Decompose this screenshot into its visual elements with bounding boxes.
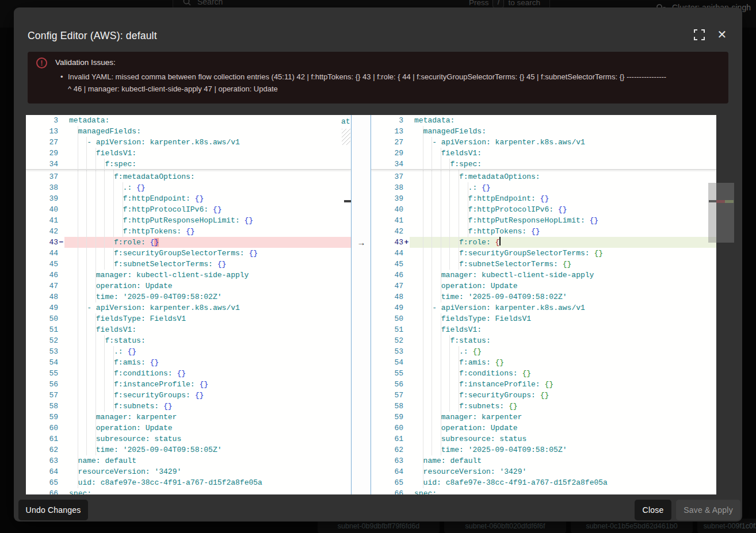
- save-apply-button[interactable]: Save & Apply: [676, 500, 740, 520]
- bracket: }: [154, 358, 159, 367]
- code-line: 61subresource: status: [26, 434, 351, 444]
- bracket: {: [531, 227, 536, 236]
- code-line: 50fieldsType: FieldsV1: [371, 313, 716, 324]
- code-line: 53.: {}: [26, 346, 351, 357]
- code-line: 48time: '2025-09-04T09:58:02Z': [26, 292, 351, 302]
- code-line: 34f:spec:: [371, 159, 716, 170]
- bracket: {: [213, 205, 217, 214]
- code-line: 64resourceVersion: '3429': [371, 466, 716, 477]
- bracket: }: [477, 347, 482, 356]
- clipped-text-fragment: at: [341, 117, 350, 126]
- dialog-title: Config Editor (AWS): default: [28, 30, 157, 42]
- bracket: }: [204, 380, 208, 389]
- bracket: }: [594, 216, 598, 225]
- code-line: 45f:subnetSelectorTerms: {}: [26, 259, 351, 270]
- code-line: 48time: '2025-09-04T09:58:02Z': [371, 292, 716, 302]
- code-line: 39f:httpEndpoint: {}: [371, 193, 716, 204]
- bracket: }: [544, 194, 549, 203]
- validation-message: • Invalid YAML: missed comma between flo…: [68, 71, 718, 95]
- sticky-scroll-header: 3metadata:13managedFields:27- apiVersion…: [371, 115, 716, 170]
- bracket: }: [208, 170, 213, 170]
- code-line: 57f:securityGroups: {}: [371, 390, 716, 401]
- char-diff-highlight: }: [154, 238, 159, 247]
- code-line: 45f:subnetSelectorTerms: {}: [371, 259, 716, 270]
- code-line: 42f:httpTokens: {}: [371, 226, 716, 237]
- bracket: }: [486, 183, 491, 192]
- bracket: }: [132, 347, 136, 356]
- bracket: }: [549, 380, 553, 389]
- close-button[interactable]: Close: [635, 500, 671, 520]
- bracket: {: [482, 183, 486, 192]
- code-line: 54f:amis: {}: [371, 357, 716, 368]
- code-line: 53.: {}: [371, 346, 716, 357]
- code-line: 66spec:: [371, 488, 716, 494]
- bracket: {: [204, 170, 208, 170]
- code-line: 63name: default: [26, 455, 351, 466]
- code-line: 51fieldsV1:: [26, 324, 351, 335]
- bracket: }: [141, 183, 146, 192]
- bracket: {: [217, 260, 222, 269]
- yaml-diff-editor[interactable]: 3metadata:13managedFields:27- apiVersion…: [26, 115, 716, 494]
- code-line: 29fieldsV1:: [371, 148, 716, 159]
- code-line: 54f:amis: {}: [26, 357, 351, 368]
- bracket: {: [495, 238, 500, 247]
- code-line: 62time: '2025-09-04T09:58:05Z': [26, 444, 351, 455]
- code-line: 29fieldsV1:: [26, 148, 351, 159]
- code-line: 52f:status:: [26, 335, 351, 346]
- diff-modified-pane[interactable]: 3metadata:13managedFields:27- apiVersion…: [371, 115, 716, 494]
- undo-changes-button[interactable]: Undo Changes: [18, 500, 88, 520]
- bracket: }: [222, 260, 227, 269]
- code-line: 55f:conditions: {}: [371, 368, 716, 379]
- code-line: 13managedFields:: [371, 126, 716, 137]
- code-line: 34f:spec:: [26, 159, 351, 170]
- code-line: 41f:httpPutResponseHopLimit: {}: [26, 215, 351, 226]
- code-line: 50fieldsType: FieldsV1: [26, 313, 351, 324]
- code-line: 58f:subnets: {}: [26, 401, 351, 412]
- diff-gutter: →: [351, 115, 371, 494]
- code-line: 47operation: Update: [371, 281, 716, 292]
- bracket: {: [509, 402, 513, 411]
- code-line: 49- apiVersion: karpenter.k8s.aws/v1: [371, 302, 716, 313]
- code-line: 37f:metadataOptions:: [371, 171, 716, 182]
- code-line: 27- apiVersion: karpenter.k8s.aws/v1: [26, 137, 351, 148]
- validation-title: Validation Issues:: [55, 58, 116, 67]
- code-line: 66spec:: [26, 488, 351, 494]
- code-line: 65uid: c8afe97e-38cc-4f91-a767-d15f2a8fe…: [371, 477, 716, 488]
- bracket: {: [549, 170, 553, 170]
- code-line: 40f:httpProtocolIPv6: {}: [371, 204, 716, 215]
- bracket: }: [513, 402, 518, 411]
- diff-original-pane[interactable]: 3metadata:13managedFields:27- apiVersion…: [26, 115, 351, 494]
- bracket: {: [163, 402, 168, 411]
- code-line: 59manager: karpenter: [26, 412, 351, 423]
- config-editor-dialog: Config Editor (AWS): default ✕ ! Validat…: [14, 7, 742, 522]
- bracket: }: [544, 391, 549, 400]
- bracket: }: [526, 369, 531, 378]
- code-line: 44f:securityGroupSelectorTerms: {}: [371, 248, 716, 259]
- code-line: 37f:metadataOptions:: [26, 171, 351, 182]
- code-line: 41f:httpPutResponseHopLimit: {}: [371, 215, 716, 226]
- bracket: }: [168, 402, 173, 411]
- code-line: 3metadata:: [26, 115, 351, 126]
- bracket: }: [598, 249, 603, 258]
- code-line: 51fieldsV1:: [371, 324, 716, 335]
- close-icon: ✕: [717, 29, 727, 40]
- text-cursor: [499, 237, 501, 246]
- fullscreen-button[interactable]: [689, 24, 709, 45]
- code-line: 55f:conditions: {}: [26, 368, 351, 379]
- bracket: }: [553, 170, 558, 170]
- code-line: 40f:httpProtocolIPv6: {}: [26, 204, 351, 215]
- fullscreen-icon: [694, 29, 705, 40]
- code-line: 58f:subnets: {}: [371, 401, 716, 412]
- bracket: }: [536, 227, 540, 236]
- code-line: 52f:status:: [371, 335, 716, 346]
- bracket: }: [253, 249, 258, 258]
- code-line: 42f:httpTokens: {}: [26, 226, 351, 237]
- diff-diagonal-fill: [342, 129, 350, 145]
- revert-change-arrow[interactable]: →: [356, 237, 367, 248]
- code-line: 57f:securityGroups: {}: [26, 390, 351, 401]
- code-line: 60operation: Update: [371, 423, 716, 434]
- close-dialog-button[interactable]: ✕: [712, 24, 732, 45]
- bracket: }: [249, 216, 253, 225]
- scrollbar-slider[interactable]: [708, 183, 734, 243]
- code-line: 61subresource: status: [371, 434, 716, 444]
